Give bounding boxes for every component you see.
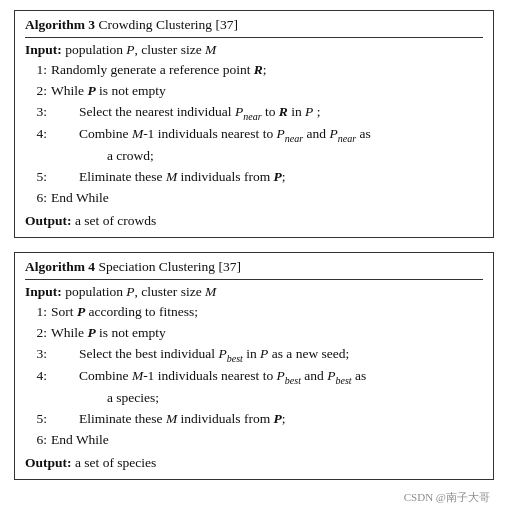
algo4-line4: 4: Combine M-1 individuals nearest to Pb…	[25, 366, 483, 388]
algo4-line2: 2: While P is not empty	[25, 323, 483, 344]
algo3-line2: 2: While P is not empty	[25, 81, 483, 102]
algo4-input: Input: population P, cluster size M	[25, 284, 483, 300]
algo3-input: Input: population P, cluster size M	[25, 42, 483, 58]
algo3-number: Algorithm 3	[25, 17, 95, 32]
algo4-name: Speciation Clustering [37]	[99, 259, 241, 274]
algo3-line6: 6: End While	[25, 188, 483, 209]
algo3-line4: 4: Combine M-1 individuals nearest to Pn…	[25, 124, 483, 146]
algo3-title: Algorithm 3 Crowding Clustering [37]	[25, 17, 483, 38]
algorithm-4-box: Algorithm 4 Speciation Clustering [37] I…	[14, 252, 494, 480]
algorithm-3-box: Algorithm 3 Crowding Clustering [37] Inp…	[14, 10, 494, 238]
algo3-lines: 1: Randomly generate a reference point R…	[25, 60, 483, 209]
algo4-lines: 1: Sort P according to fitness; 2: While…	[25, 302, 483, 451]
algo4-output: Output: a set of species	[25, 455, 483, 471]
algo3-line3: 3: Select the nearest individual Pnear t…	[25, 102, 483, 124]
algo4-line1: 1: Sort P according to fitness;	[25, 302, 483, 323]
algo3-line1: 1: Randomly generate a reference point R…	[25, 60, 483, 81]
algo4-number: Algorithm 4	[25, 259, 95, 274]
algo3-name: Crowding Clustering [37]	[99, 17, 239, 32]
algo4-line4b: a species;	[25, 388, 483, 409]
algo4-line3: 3: Select the best individual Pbest in P…	[25, 344, 483, 366]
algo3-line5: 5: Eliminate these M individuals from P;	[25, 167, 483, 188]
watermark: CSDN @南子大哥	[14, 490, 494, 505]
algo4-title: Algorithm 4 Speciation Clustering [37]	[25, 259, 483, 280]
algo4-line5: 5: Eliminate these M individuals from P;	[25, 409, 483, 430]
algo3-line4b: a crowd;	[25, 146, 483, 167]
algo4-line6: 6: End While	[25, 430, 483, 451]
algo3-output: Output: a set of crowds	[25, 213, 483, 229]
